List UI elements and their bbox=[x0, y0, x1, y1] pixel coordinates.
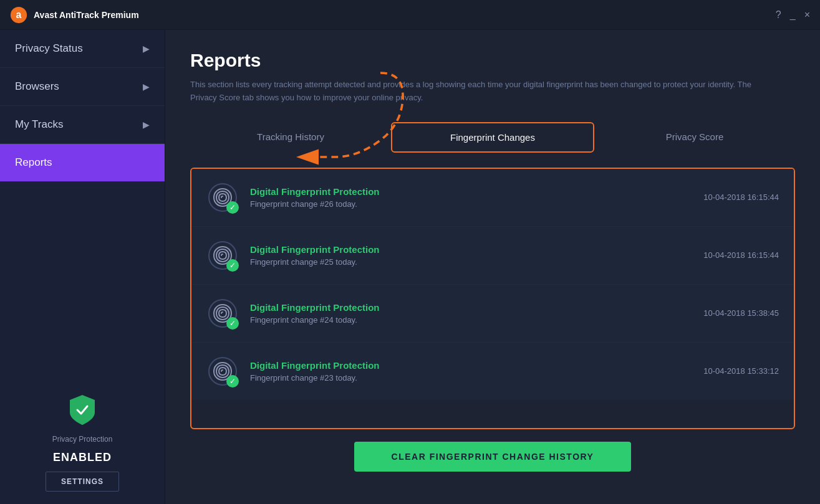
tab-fingerprint-changes[interactable]: Fingerprint Changes bbox=[391, 122, 594, 153]
fingerprint-icon: ✓ bbox=[206, 239, 239, 272]
sidebar-nav: Privacy Status ▶ Browsers ▶ My Tracks ▶ … bbox=[0, 30, 165, 380]
chevron-right-icon: ▶ bbox=[143, 120, 150, 130]
page-title: Reports bbox=[190, 50, 795, 71]
table-row: ✓ Digital Fingerprint Protection Fingerp… bbox=[191, 343, 794, 400]
app-title: Avast AntiTrack Premium bbox=[34, 10, 776, 20]
chevron-right-icon: ▶ bbox=[143, 82, 150, 92]
close-button[interactable]: × bbox=[804, 9, 810, 21]
app-body: Privacy Status ▶ Browsers ▶ My Tracks ▶ … bbox=[0, 30, 820, 504]
settings-button[interactable]: SETTINGS bbox=[46, 472, 119, 492]
sidebar-item-privacy-status[interactable]: Privacy Status ▶ bbox=[0, 30, 165, 68]
record-title: Digital Fingerprint Protection bbox=[250, 244, 703, 255]
record-text: Digital Fingerprint Protection Fingerpri… bbox=[250, 360, 703, 383]
check-badge-icon: ✓ bbox=[226, 317, 239, 330]
record-time: 10-04-2018 16:15:44 bbox=[703, 193, 779, 202]
check-badge-icon: ✓ bbox=[226, 259, 239, 272]
record-text: Digital Fingerprint Protection Fingerpri… bbox=[250, 302, 703, 325]
sidebar-label-reports: Reports bbox=[15, 156, 52, 169]
sidebar-item-my-tracks[interactable]: My Tracks ▶ bbox=[0, 106, 165, 144]
table-row: ✓ Digital Fingerprint Protection Fingerp… bbox=[191, 227, 794, 285]
record-time: 10-04-2018 15:38:45 bbox=[703, 308, 779, 318]
table-row: ✓ Digital Fingerprint Protection Fingerp… bbox=[191, 285, 794, 343]
record-time: 10-04-2018 15:33:12 bbox=[703, 366, 779, 376]
record-subtitle: Fingerprint change #25 today. bbox=[250, 257, 703, 267]
record-title: Digital Fingerprint Protection bbox=[250, 186, 703, 197]
avast-logo-icon: a bbox=[10, 6, 27, 24]
fingerprint-icon: ✓ bbox=[206, 355, 239, 388]
fingerprint-icon: ✓ bbox=[206, 181, 239, 214]
table-row: ✓ Digital Fingerprint Protection Fingerp… bbox=[191, 169, 794, 227]
privacy-protection-status: ENABLED bbox=[53, 451, 112, 464]
sidebar-item-browsers[interactable]: Browsers ▶ bbox=[0, 68, 165, 106]
clear-fingerprint-history-button[interactable]: CLEAR FINGERPRINT CHANGE HISTORY bbox=[354, 442, 632, 472]
sidebar-label-browsers: Browsers bbox=[15, 80, 59, 93]
tabs-container: Tracking History Fingerprint Changes Pri… bbox=[190, 122, 795, 153]
sidebar-label-privacy-status: Privacy Status bbox=[15, 42, 83, 55]
sidebar-item-reports[interactable]: Reports bbox=[0, 144, 165, 182]
records-list: ✓ Digital Fingerprint Protection Fingerp… bbox=[190, 168, 795, 429]
title-bar: a Avast AntiTrack Premium ? _ × bbox=[0, 0, 820, 30]
page-description: This section lists every tracking attemp… bbox=[190, 78, 751, 105]
record-title: Digital Fingerprint Protection bbox=[250, 360, 703, 371]
check-badge-icon: ✓ bbox=[226, 375, 239, 388]
chevron-right-icon: ▶ bbox=[143, 44, 150, 54]
minimize-button[interactable]: _ bbox=[790, 9, 796, 21]
record-subtitle: Fingerprint change #26 today. bbox=[250, 199, 703, 209]
privacy-protection-label: Privacy Protection bbox=[52, 435, 113, 444]
window-controls: ? _ × bbox=[776, 9, 810, 21]
main-content: Reports This section lists every trackin… bbox=[165, 30, 820, 504]
record-time: 10-04-2018 16:15:44 bbox=[703, 250, 779, 260]
record-subtitle: Fingerprint change #23 today. bbox=[250, 373, 703, 383]
record-text: Digital Fingerprint Protection Fingerpri… bbox=[250, 186, 703, 209]
svg-text:a: a bbox=[16, 9, 22, 20]
sidebar-bottom: Privacy Protection ENABLED SETTINGS bbox=[0, 380, 165, 504]
sidebar: Privacy Status ▶ Browsers ▶ My Tracks ▶ … bbox=[0, 30, 165, 504]
check-badge-icon: ✓ bbox=[226, 201, 239, 214]
shield-icon bbox=[65, 392, 100, 427]
clear-button-wrap: CLEAR FINGERPRINT CHANGE HISTORY bbox=[190, 429, 795, 484]
tab-tracking-history[interactable]: Tracking History bbox=[190, 123, 391, 152]
sidebar-label-my-tracks: My Tracks bbox=[15, 118, 63, 131]
help-button[interactable]: ? bbox=[776, 9, 781, 21]
record-title: Digital Fingerprint Protection bbox=[250, 302, 703, 313]
tab-privacy-score[interactable]: Privacy Score bbox=[594, 123, 795, 152]
record-text: Digital Fingerprint Protection Fingerpri… bbox=[250, 244, 703, 267]
fingerprint-icon: ✓ bbox=[206, 297, 239, 330]
record-subtitle: Fingerprint change #24 today. bbox=[250, 315, 703, 325]
